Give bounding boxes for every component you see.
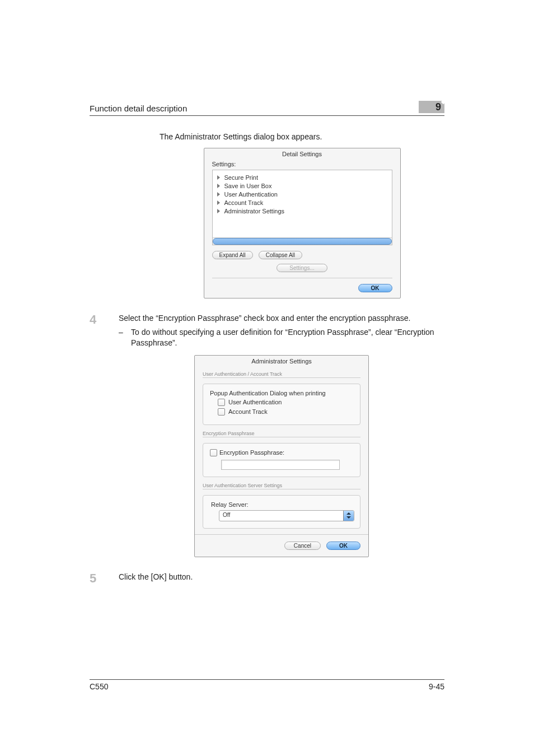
dash-icon: – [119,327,131,348]
dialog-title: Detail Settings [204,148,400,161]
cancel-button[interactable]: Cancel [284,542,321,550]
administrator-settings-dialog: Administrator Settings User Authenticati… [194,355,369,557]
section-header: User Authentication Server Settings [203,483,360,489]
scrollbar-thumb[interactable] [213,238,392,245]
checkbox-icon [218,408,225,416]
tree-item[interactable]: Secure Print [217,174,387,182]
popup-auth-label: Popup Authentication Dialog when printin… [210,390,353,396]
section-title: Function detail description [90,104,419,113]
tree-item[interactable]: User Authentication [217,190,387,199]
disclosure-triangle-icon [217,175,220,180]
encryption-passphrase-input[interactable] [221,460,340,470]
checkbox-label: User Authentication [228,399,282,405]
select-value: Off [219,511,343,521]
tree-item-label: Save in User Box [224,182,272,190]
step-subitem: – To do without specifying a user defini… [119,327,444,348]
step-5: 5 Click the [OK] button. [90,572,444,585]
dialog-title: Administrator Settings [195,356,368,368]
settings-tree[interactable]: Secure Print Save in User Box User Authe… [212,170,392,245]
tree-item-label: Secure Print [224,174,259,182]
settings-label: Settings: [212,161,392,167]
tree-item[interactable]: Administrator Settings [217,207,387,216]
ok-button[interactable]: OK [326,542,360,550]
step-text: Select the “Encryption Passphrase” check… [119,313,444,324]
settings-button[interactable]: Settings... [277,264,327,272]
select-stepper-icon [343,511,354,521]
intro-text: The Administrator Settings dialog box ap… [160,132,444,142]
checkbox-label: Account Track [228,408,268,415]
chapter-badge: 9 [419,101,444,113]
section-header: User Authentication / Account Track [203,371,360,378]
auth-section: Popup Authentication Dialog when printin… [203,384,360,425]
detail-settings-dialog: Detail Settings Settings: Secure Print S… [204,148,401,298]
tree-item[interactable]: Account Track [217,199,387,207]
disclosure-triangle-icon [217,209,220,213]
encryption-section: Encryption Passphrase: [203,443,360,477]
relay-server-select[interactable]: Off [219,510,354,521]
horizontal-scrollbar[interactable] [213,237,392,245]
section-header: Encryption Passphrase [203,431,360,437]
tree-item-label: Administrator Settings [224,207,285,216]
step-number: 4 [90,313,119,348]
checkbox-icon [218,399,225,406]
page-footer: C550 9-45 [90,679,444,691]
server-section: Relay Server: Off [203,495,360,529]
disclosure-triangle-icon [217,200,220,205]
tree-item[interactable]: Save in User Box [217,182,387,190]
step-subtext: To do without specifying a user definiti… [131,327,444,348]
step-text: Click the [OK] button. [119,572,444,585]
footer-page: 9-45 [429,682,444,691]
footer-model: C550 [90,682,108,691]
user-authentication-checkbox[interactable]: User Authentication [218,399,353,406]
expand-all-button[interactable]: Expand All [212,251,253,259]
account-track-checkbox[interactable]: Account Track [218,408,353,416]
encryption-passphrase-checkbox[interactable]: Encryption Passphrase: [210,449,353,456]
relay-server-label: Relay Server: [211,501,353,508]
disclosure-triangle-icon [217,184,220,188]
step-4: 4 Select the “Encryption Passphrase” che… [90,313,444,348]
ok-button[interactable]: OK [358,284,392,292]
disclosure-triangle-icon [217,192,220,197]
page-header: Function detail description 9 [90,101,444,116]
checkbox-label: Encryption Passphrase: [219,449,284,456]
checkbox-icon [210,449,217,456]
tree-item-label: User Authentication [224,190,278,199]
collapse-all-button[interactable]: Collapse All [259,251,302,259]
step-number: 5 [90,572,119,585]
tree-item-label: Account Track [224,199,264,207]
